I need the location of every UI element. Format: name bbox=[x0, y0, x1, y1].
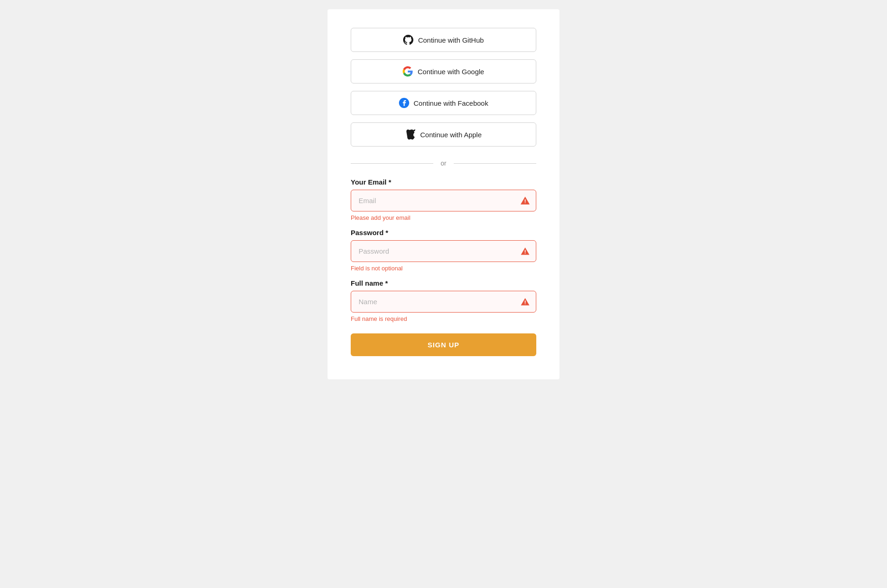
signup-button[interactable]: SIGN UP bbox=[351, 333, 536, 356]
password-input[interactable] bbox=[351, 240, 536, 262]
email-input[interactable] bbox=[351, 190, 536, 211]
signup-form: Your Email * Please add your email bbox=[351, 178, 536, 356]
password-label: Password * bbox=[351, 229, 536, 236]
auth-card: Continue with GitHub Continue with Googl… bbox=[328, 9, 559, 379]
facebook-button[interactable]: Continue with Facebook bbox=[351, 91, 536, 115]
fullname-field-group: Full name * Full name is required bbox=[351, 279, 536, 322]
fullname-label: Full name * bbox=[351, 279, 536, 287]
email-field-group: Your Email * Please add your email bbox=[351, 178, 536, 221]
or-divider: or bbox=[351, 160, 536, 167]
apple-button-label: Continue with Apple bbox=[420, 131, 482, 139]
github-icon bbox=[403, 35, 413, 45]
google-icon bbox=[403, 66, 413, 77]
fullname-input[interactable] bbox=[351, 291, 536, 313]
google-button-label: Continue with Google bbox=[418, 68, 484, 76]
github-button[interactable]: Continue with GitHub bbox=[351, 28, 536, 52]
email-label: Your Email * bbox=[351, 178, 536, 186]
password-field-group: Password * Field is not optional bbox=[351, 229, 536, 272]
email-input-wrapper bbox=[351, 190, 536, 211]
divider-line-left bbox=[351, 163, 433, 164]
google-button[interactable]: Continue with Google bbox=[351, 59, 536, 83]
divider-text: or bbox=[441, 160, 446, 167]
page-container: Continue with GitHub Continue with Googl… bbox=[0, 0, 887, 588]
fullname-error-message: Full name is required bbox=[351, 315, 536, 322]
password-input-wrapper bbox=[351, 240, 536, 262]
signup-button-label: SIGN UP bbox=[428, 341, 460, 349]
apple-icon bbox=[405, 129, 416, 140]
password-error-message: Field is not optional bbox=[351, 265, 536, 272]
apple-button[interactable]: Continue with Apple bbox=[351, 122, 536, 147]
facebook-button-label: Continue with Facebook bbox=[414, 99, 488, 107]
fullname-input-wrapper bbox=[351, 291, 536, 313]
github-button-label: Continue with GitHub bbox=[418, 36, 484, 44]
social-buttons-group: Continue with GitHub Continue with Googl… bbox=[351, 28, 536, 147]
email-error-message: Please add your email bbox=[351, 214, 536, 221]
facebook-icon bbox=[399, 98, 409, 108]
divider-line-right bbox=[454, 163, 536, 164]
